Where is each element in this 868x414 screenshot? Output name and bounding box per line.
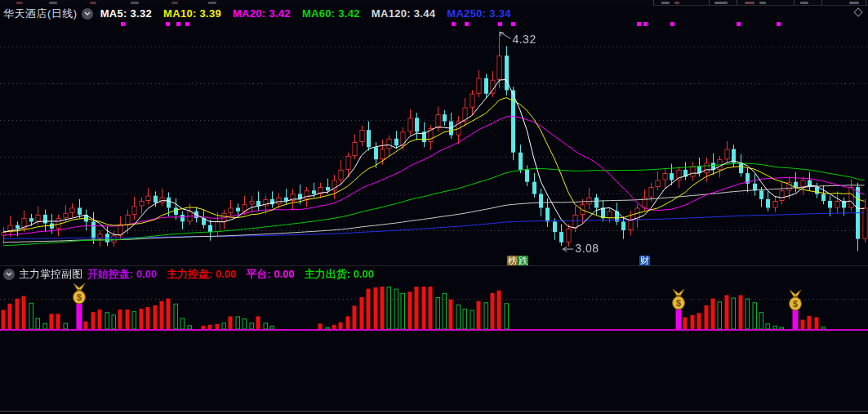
collapse-sub-chevron-icon[interactable] xyxy=(3,269,15,280)
toolbar-text-fragment xyxy=(714,2,728,4)
high-price-annotation: 4.32 xyxy=(512,33,536,46)
indicator-label-start_control: 开始控盘: 0.00 xyxy=(87,267,157,282)
toolbar-text-fragment xyxy=(745,2,754,4)
sub-chart-header: 主力掌控副图 开始控盘: 0.00主力控盘: 0.00平台: 0.00主力出货:… xyxy=(0,267,868,281)
indicator-label-main_control: 主力控盘: 0.00 xyxy=(167,267,236,282)
ma-label-ma5: MA5: 3.32 xyxy=(100,7,152,20)
toolbar-text-fragment xyxy=(759,2,766,4)
indicator-label-main_sellout: 主力出货: 0.00 xyxy=(305,267,374,282)
sub-chart-title: 主力掌控副图 xyxy=(19,267,82,282)
app-window: 华天酒店(日线) MA5: 3.32MA10: 3.39MA20: 3.42MA… xyxy=(0,0,868,414)
indicator-values-row: 开始控盘: 0.00主力控盘: 0.00平台: 0.00主力出货: 0.00 xyxy=(87,267,374,282)
main-chart-canvas[interactable] xyxy=(0,21,868,265)
main-chart-area: 4.32 3.08 榜跌财 xyxy=(0,21,868,265)
toolbar-text-fragment xyxy=(171,2,178,4)
toolbar-text-fragment xyxy=(49,2,57,4)
toolbar-text-fragment xyxy=(674,2,679,4)
toolbar-text-fragment xyxy=(800,2,808,4)
toolbar-text-fragment xyxy=(849,2,859,4)
toolbar-text-fragment xyxy=(90,2,96,4)
toolbar-text-fragment xyxy=(131,2,139,4)
ma-label-ma20: MA20: 3.42 xyxy=(233,7,291,20)
main-chart-header: 华天酒店(日线) MA5: 3.32MA10: 3.39MA20: 3.42MA… xyxy=(0,6,868,21)
toolbar-text-fragment xyxy=(661,2,670,4)
toolbar-text-fragment xyxy=(16,2,23,4)
indicator-label-platform: 平台: 0.00 xyxy=(247,267,295,282)
low-price-annotation: 3.08 xyxy=(575,242,599,255)
chart-title: 华天酒店(日线) xyxy=(3,7,78,21)
ma-label-ma10: MA10: 3.39 xyxy=(163,7,221,20)
ma-label-ma60: MA60: 3.42 xyxy=(302,7,360,20)
sub-chart-area: $$$ xyxy=(0,282,868,334)
ma-values-row: MA5: 3.32MA10: 3.39MA20: 3.42MA60: 3.42M… xyxy=(100,7,511,20)
collapse-main-chevron-icon[interactable] xyxy=(82,8,93,20)
toolbar-text-fragment xyxy=(208,2,216,4)
ma-label-ma250: MA250: 3.34 xyxy=(447,7,510,20)
sub-chart-canvas[interactable] xyxy=(0,282,868,334)
ma-label-ma120: MA120: 3.44 xyxy=(372,7,435,20)
